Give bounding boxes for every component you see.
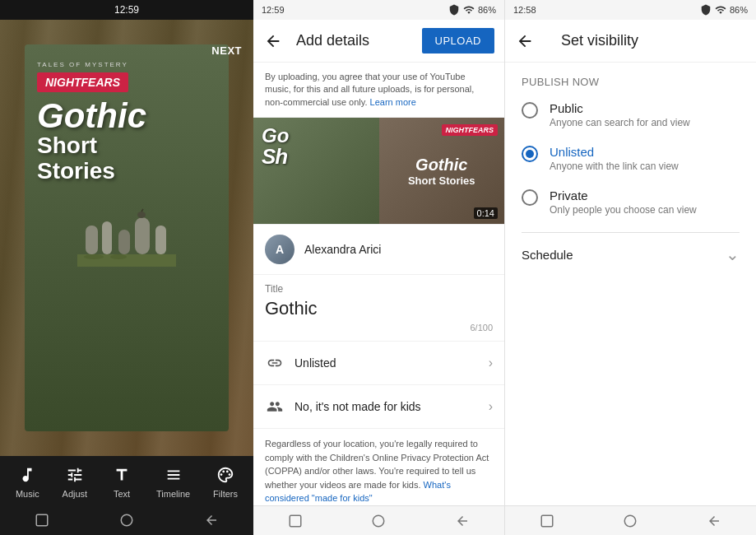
svg-rect-2 <box>102 221 112 254</box>
right-header: Set visibility <box>505 20 756 63</box>
middle-battery: 86% <box>478 5 496 15</box>
right-battery: 86% <box>730 5 748 15</box>
right-status-bar: 12:58 86% <box>505 0 756 20</box>
disclaimer-text: By uploading, you agree that your use of… <box>253 63 504 118</box>
toolbar-item-text[interactable]: Text <box>110 463 133 499</box>
right-panel: 12:58 86% Set visibility Publish now Pub… <box>504 0 756 535</box>
radio-public <box>522 102 538 119</box>
vis-private-desc: Only people you choose can view <box>550 204 697 216</box>
svg-point-15 <box>121 514 132 526</box>
book-illustration <box>77 201 176 267</box>
left-nav-circle[interactable] <box>114 512 139 528</box>
book-image: TALES OF MYSTERY NIGHTFEARS Gothic Short… <box>0 20 253 456</box>
filters-icon <box>214 463 237 486</box>
middle-nav-back[interactable] <box>450 513 475 529</box>
radio-private <box>522 189 538 206</box>
toolbar-item-adjust[interactable]: Adjust <box>63 463 88 499</box>
svg-rect-16 <box>290 515 301 527</box>
right-nav-back[interactable] <box>702 513 726 529</box>
schedule-row[interactable]: Schedule ⌄ <box>522 232 740 276</box>
publish-label: Publish now <box>522 76 740 88</box>
svg-point-7 <box>110 254 127 259</box>
schedule-label: Schedule <box>522 248 726 262</box>
middle-nav-square[interactable] <box>283 513 308 529</box>
left-status-bar: 12:59 <box>0 0 253 20</box>
middle-status-bar: 12:59 86% <box>253 0 504 20</box>
thumbnail-right: NIGHTFEARS Gothic Short Stories 0:14 <box>379 118 505 224</box>
visibility-chevron: › <box>489 356 493 370</box>
right-time: 12:58 <box>513 5 536 15</box>
kids-chevron: › <box>489 399 493 414</box>
svg-point-17 <box>373 515 385 527</box>
avatar: A <box>265 235 295 264</box>
visibility-option-unlisted[interactable]: Unlisted Anyone with the link can view <box>522 145 740 172</box>
vis-public-desc: Anyone can search for and view <box>550 117 690 128</box>
user-name: Alexandra Arici <box>304 243 381 256</box>
left-panel: 12:59 TALES OF MYSTERY NIGHTFEARS Gothic… <box>0 0 253 535</box>
thumb-right-text: Gothic Short Stories <box>408 156 475 187</box>
middle-nav-circle[interactable] <box>366 513 391 529</box>
timeline-icon <box>162 463 185 486</box>
vis-unlisted-desc: Anyone with the link can view <box>550 160 679 172</box>
left-time: 12:59 <box>114 4 139 16</box>
title-field-value[interactable]: Gothic <box>265 298 493 319</box>
next-button[interactable]: NEXT <box>211 44 242 57</box>
visibility-option-public[interactable]: Public Anyone can search for and view <box>522 101 740 128</box>
left-nav-square[interactable] <box>30 512 54 528</box>
right-nav <box>505 505 756 535</box>
thumb-badge: NIGHTFEARS <box>442 124 499 136</box>
svg-rect-1 <box>86 226 98 254</box>
left-nav-back[interactable] <box>199 512 224 528</box>
vis-unlisted-label: Unlisted <box>550 145 679 159</box>
title-field-label: Title <box>265 283 493 295</box>
toolbar-items: Music Adjust Text Timeline <box>0 456 253 505</box>
toolbar-item-filters[interactable]: Filters <box>213 463 238 499</box>
text-tool-icon <box>110 463 133 486</box>
right-back-button[interactable] <box>515 31 535 51</box>
music-icon <box>16 463 39 486</box>
filters-label: Filters <box>213 489 238 499</box>
visibility-row[interactable]: Unlisted › <box>253 342 504 385</box>
middle-header: Add details UPLOAD <box>253 20 504 63</box>
svg-rect-4 <box>135 217 150 254</box>
adjust-icon <box>63 463 86 486</box>
adjust-label: Adjust <box>63 489 88 499</box>
people-icon <box>265 397 285 416</box>
middle-header-title: Add details <box>296 32 422 49</box>
middle-content: By uploading, you agree that your use of… <box>253 63 504 505</box>
visibility-option-private[interactable]: Private Only people you choose can view <box>522 188 740 216</box>
toolbar-item-music[interactable]: Music <box>16 463 39 499</box>
svg-rect-18 <box>541 515 553 527</box>
thumb-gothic: Gothic <box>408 156 475 174</box>
video-duration: 0:14 <box>474 207 498 219</box>
middle-status-icons: 86% <box>448 4 496 16</box>
video-thumbnails: GoSh NIGHTFEARS Gothic Short Stories 0:1… <box>253 118 504 225</box>
kids-row[interactable]: No, it's not made for kids › <box>253 385 504 429</box>
right-nav-square[interactable] <box>535 513 559 529</box>
user-row: A Alexandra Arici <box>253 225 504 275</box>
svg-point-13 <box>229 473 231 476</box>
toolbar-item-timeline[interactable]: Timeline <box>156 463 190 499</box>
music-label: Music <box>16 489 39 499</box>
kids-text: No, it's not made for kids <box>295 400 489 413</box>
vis-private-text: Private Only people you choose can view <box>550 188 697 216</box>
svg-rect-14 <box>37 514 49 526</box>
svg-point-12 <box>226 470 229 472</box>
radio-unlisted <box>522 146 538 162</box>
svg-point-6 <box>84 254 104 259</box>
book-header: TALES OF MYSTERY <box>37 61 128 68</box>
right-status-icons: 86% <box>700 4 748 16</box>
vis-private-label: Private <box>550 188 697 202</box>
svg-point-8 <box>137 212 146 218</box>
back-button[interactable] <box>263 31 283 51</box>
nightfears-badge: NIGHTFEARS <box>37 72 128 92</box>
thumbnail-left: GoSh <box>253 118 379 224</box>
upload-button[interactable]: UPLOAD <box>422 28 494 54</box>
svg-point-10 <box>220 473 223 476</box>
vis-unlisted-text: Unlisted Anyone with the link can view <box>550 145 679 172</box>
right-content: Publish now Public Anyone can search for… <box>505 63 756 297</box>
thumb-short-stories: Short Stories <box>408 174 475 187</box>
learn-more-link[interactable]: Learn more <box>370 97 416 107</box>
coppa-text: Regardless of your location, you're lega… <box>253 429 504 505</box>
right-nav-circle[interactable] <box>618 513 642 529</box>
